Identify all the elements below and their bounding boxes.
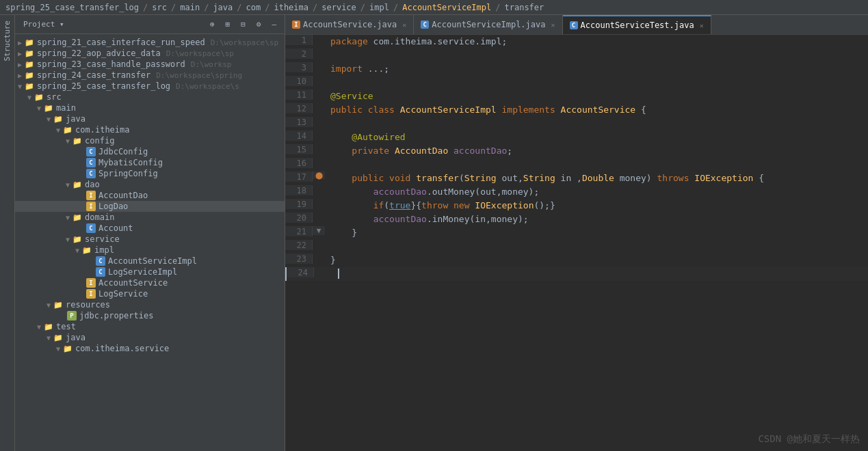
tree-item-n1[interactable]: ▶📁spring_21_case_interface_run_speedD:\w… bbox=[15, 37, 285, 48]
tree-item-n7[interactable]: ▼📁main bbox=[15, 102, 285, 113]
tree-arrow: ▼ bbox=[37, 105, 41, 112]
line-content: if(true}{throw new IOException();} bbox=[325, 199, 555, 213]
code-line-1: 1package com.itheima.service.impl; bbox=[285, 35, 868, 49]
file-icon: I bbox=[86, 289, 96, 299]
tree-item-n20[interactable]: ▼📁impl bbox=[15, 245, 285, 256]
line-number: 21 bbox=[285, 226, 313, 236]
tree-arrow: ▶ bbox=[18, 61, 22, 68]
file-icon: C bbox=[86, 223, 96, 233]
tab-icon: C bbox=[421, 20, 429, 29]
tree-item-n25[interactable]: ▼📁resources bbox=[15, 299, 285, 310]
tree-item-n10[interactable]: ▼📁config bbox=[15, 135, 285, 146]
tree-item-n21[interactable]: CAccountServiceImpl bbox=[15, 256, 285, 266]
line-content: private AccountDao accountDao; bbox=[325, 144, 512, 158]
tree-item-label: AccountDao bbox=[98, 191, 148, 200]
tree-item-n24[interactable]: ILogService bbox=[15, 288, 285, 299]
tree-arrow: ▼ bbox=[47, 334, 51, 342]
tree-item-label: spring_24_case_transfer bbox=[37, 70, 150, 80]
tab-close-icon[interactable]: ✕ bbox=[551, 21, 555, 29]
tree-item-n2[interactable]: ▶📁spring_22_aop_advice_dataD:\workspace\… bbox=[15, 48, 285, 59]
code-line-11: 11@Service bbox=[285, 90, 868, 103]
breadcrumb-item: AccountServiceImpl bbox=[402, 3, 491, 12]
code-line-14: 14 @Autowired bbox=[285, 131, 868, 144]
file-icon: I bbox=[86, 278, 96, 288]
tree-item-n17[interactable]: ▼📁domain bbox=[15, 212, 285, 223]
tree-item-n16[interactable]: ILogDao bbox=[15, 201, 285, 212]
tab-tab3[interactable]: CAccountServiceTest.java✕ bbox=[563, 15, 711, 34]
tree-item-n14[interactable]: ▼📁dao bbox=[15, 179, 285, 190]
folder-icon: 📁 bbox=[25, 82, 34, 91]
tree-item-n13[interactable]: CSpringConfig bbox=[15, 168, 285, 179]
breakpoint-icon[interactable]: ⬤ bbox=[315, 172, 323, 179]
line-content: public void transfer(String out,String i… bbox=[325, 172, 764, 185]
tab-close-icon[interactable]: ✕ bbox=[700, 22, 704, 29]
tree-item-label: spring_23_case_handle_password bbox=[37, 59, 185, 69]
line-content: import ...; bbox=[325, 62, 389, 76]
tab-close-icon[interactable]: ✕ bbox=[402, 21, 406, 29]
line-number: 20 bbox=[285, 213, 313, 223]
code-line-16: 16 bbox=[285, 158, 868, 172]
line-content bbox=[325, 76, 336, 90]
line-number: 12 bbox=[285, 103, 313, 113]
tree-item-n19[interactable]: ▼📁service bbox=[15, 234, 285, 245]
tree-item-label: java bbox=[66, 114, 86, 124]
tree-item-n28[interactable]: ▼📁java bbox=[15, 332, 285, 343]
tree-item-n4[interactable]: ▶📁spring_24_case_transferD:\workspace\sp… bbox=[15, 70, 285, 81]
folder-icon: 📁 bbox=[82, 246, 92, 255]
tree-item-n22[interactable]: CLogServiceImpl bbox=[15, 266, 285, 277]
tree-item-label: jdbc.properties bbox=[79, 311, 153, 320]
line-number: 22 bbox=[285, 240, 313, 250]
line-content bbox=[325, 49, 336, 62]
folder-icon: 📁 bbox=[63, 344, 73, 353]
toolbar-minimize-icon[interactable]: — bbox=[267, 18, 280, 30]
tree-item-label: com.itheima bbox=[75, 125, 129, 135]
tree-arrow: ▼ bbox=[66, 214, 70, 221]
toolbar-icon-2[interactable]: ⊞ bbox=[222, 18, 235, 30]
structure-tab[interactable]: Structure bbox=[0, 15, 14, 67]
code-line-10: 10 bbox=[285, 76, 868, 90]
toolbar-icon-3[interactable]: ⊟ bbox=[237, 18, 250, 30]
folder-icon: 📁 bbox=[53, 115, 63, 124]
tree-item-n5[interactable]: ▼📁spring_25_case_transfer_logD:\workspac… bbox=[15, 81, 285, 92]
line-content bbox=[326, 267, 345, 281]
tree-item-n12[interactable]: CMybatisConfig bbox=[15, 157, 285, 168]
tree-item-n3[interactable]: ▶📁spring_23_case_handle_passwordD:\works… bbox=[15, 59, 285, 70]
tree-item-n26[interactable]: Pjdbc.properties bbox=[15, 310, 285, 321]
tree-arrow: ▼ bbox=[37, 323, 41, 331]
line-content: } bbox=[325, 226, 357, 240]
folder-icon: 📁 bbox=[73, 180, 82, 189]
tree-item-n29[interactable]: ▼📁com.itheima.service bbox=[15, 343, 285, 354]
collapse-icon[interactable]: ▼ bbox=[317, 226, 321, 235]
line-content: @Service bbox=[325, 90, 373, 103]
code-line-15: 15 private AccountDao accountDao; bbox=[285, 144, 868, 158]
line-content: } bbox=[325, 254, 336, 267]
tree-item-n11[interactable]: CJdbcConfig bbox=[15, 146, 285, 157]
file-tree: ▶📁spring_21_case_interface_run_speedD:\w… bbox=[15, 34, 285, 357]
tree-item-n8[interactable]: ▼📁java bbox=[15, 113, 285, 124]
tree-item-n27[interactable]: ▼📁test bbox=[15, 321, 285, 332]
code-line-2: 2 bbox=[285, 49, 868, 62]
toolbar-icon-1[interactable]: ⊕ bbox=[206, 18, 219, 30]
tree-item-label: domain bbox=[85, 213, 114, 222]
tab-tab1[interactable]: IAccountService.java✕ bbox=[285, 15, 414, 34]
breadcrumb-item: main bbox=[180, 3, 200, 12]
toolbar-settings-icon[interactable]: ⚙ bbox=[252, 18, 265, 30]
project-dropdown[interactable]: Project ▾ bbox=[19, 18, 68, 30]
tree-item-n15[interactable]: IAccountDao bbox=[15, 190, 285, 201]
folder-icon: 📁 bbox=[25, 49, 34, 58]
tree-item-label: com.itheima.service bbox=[75, 344, 169, 353]
line-number: 3 bbox=[285, 62, 313, 72]
folder-icon: 📁 bbox=[73, 213, 82, 222]
tab-label: AccountServiceTest.java bbox=[581, 20, 694, 30]
line-content bbox=[325, 158, 336, 172]
code-editor[interactable]: 1package com.itheima.service.impl;2 3imp… bbox=[285, 35, 868, 451]
code-line-13: 13 bbox=[285, 117, 868, 131]
code-line-23: 23} bbox=[285, 254, 868, 267]
tree-item-n18[interactable]: CAccount bbox=[15, 223, 285, 234]
tree-item-n9[interactable]: ▼📁com.itheima bbox=[15, 124, 285, 135]
code-line-3: 3import ...; bbox=[285, 62, 868, 76]
tree-item-n23[interactable]: IAccountService bbox=[15, 277, 285, 288]
tree-item-label: LogDao bbox=[98, 202, 128, 211]
tree-item-n6[interactable]: ▼📁src bbox=[15, 92, 285, 102]
tab-tab2[interactable]: CAccountServiceImpl.java✕ bbox=[414, 15, 562, 34]
